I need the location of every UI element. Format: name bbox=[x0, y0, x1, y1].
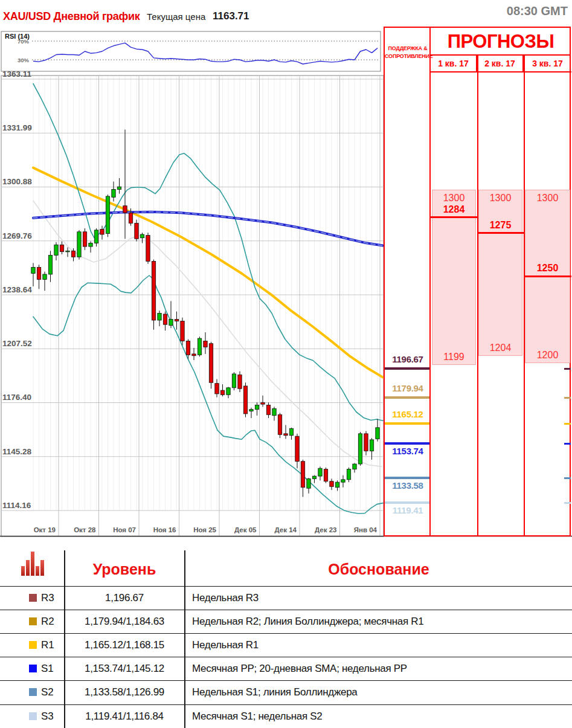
candle-down bbox=[100, 229, 104, 234]
candle-up bbox=[198, 338, 201, 355]
y-axis-label: 1145.28 bbox=[2, 447, 32, 456]
candle-up bbox=[112, 189, 115, 197]
candle-up bbox=[48, 255, 52, 274]
forecast-low: 1204 bbox=[479, 343, 522, 353]
x-axis-label: Дек 05 bbox=[234, 526, 257, 533]
candle-up bbox=[106, 196, 109, 234]
level-name: S2 bbox=[41, 686, 54, 698]
candle-down bbox=[295, 436, 299, 462]
candle-up bbox=[341, 480, 345, 482]
candle-up bbox=[347, 469, 350, 480]
support-resistance-column: ПОДДЕРЖКА & СОПРОТИВЛЕНИЕ bbox=[385, 28, 431, 535]
candle-up bbox=[158, 314, 161, 320]
sr-level-line-R3 bbox=[385, 367, 429, 370]
candle-down bbox=[330, 482, 333, 487]
forecast-quarter-header: 3 кв. 17 bbox=[524, 56, 571, 72]
y-axis-label: 1114.16 bbox=[2, 501, 31, 510]
sr-edge-tick-R1 bbox=[564, 423, 571, 425]
candle-down bbox=[209, 344, 213, 383]
forecast-mid-line bbox=[524, 275, 571, 277]
sr-level-label-S3: 1119.41 bbox=[385, 505, 431, 515]
candle-down bbox=[163, 314, 167, 324]
row-divider bbox=[0, 680, 572, 681]
forecasts-title: ПРОГНОЗЫ bbox=[431, 28, 571, 56]
level-color-swatch-R1 bbox=[29, 641, 37, 649]
candle-down bbox=[243, 386, 247, 414]
candle-up bbox=[249, 410, 253, 411]
sr-level-label-R1: 1165.12 bbox=[385, 409, 431, 419]
candle-up bbox=[272, 408, 276, 415]
level-name: R3 bbox=[41, 592, 54, 604]
levels-table: Уровень Обоснование R31,196.67Недельная … bbox=[0, 547, 572, 728]
candle-up bbox=[89, 243, 92, 246]
forecast-mid-value: 1275 bbox=[477, 220, 524, 231]
candle-down bbox=[324, 469, 327, 482]
level-color-swatch-S2 bbox=[29, 688, 37, 696]
sr-level-label-S1: 1153.74 bbox=[385, 446, 431, 456]
sr-level-line-S3 bbox=[385, 501, 429, 504]
level-justification: Месячная S1; недельная S2 bbox=[192, 710, 323, 723]
candle-down bbox=[123, 206, 127, 213]
sr-edge-tick-S3 bbox=[564, 502, 571, 504]
level-column-header: Уровень bbox=[65, 561, 184, 578]
sr-level-label-R3: 1196.67 bbox=[385, 354, 431, 364]
candle-up bbox=[94, 230, 98, 243]
x-axis-label: Ноя 07 bbox=[113, 526, 136, 533]
forecast-high: 1300 bbox=[432, 193, 475, 204]
forecast-quarter-header: 2 кв. 17 bbox=[477, 56, 524, 72]
y-axis-label: 1238.64 bbox=[2, 285, 32, 294]
candle-up bbox=[353, 464, 356, 469]
candle-down bbox=[181, 321, 184, 341]
candle-down bbox=[261, 402, 265, 404]
rsi-panel[interactable] bbox=[1, 31, 381, 71]
level-name: R2 bbox=[41, 616, 54, 628]
candle-down bbox=[192, 354, 196, 356]
candle-down bbox=[238, 375, 242, 388]
level-value: 1,153.74/1,145.12 bbox=[65, 663, 184, 675]
candle-down bbox=[220, 390, 224, 395]
candle-up bbox=[255, 405, 259, 410]
forecast-panel: ПОДДЕРЖКА & СОПРОТИВЛЕНИЕ ПРОГНОЗЫ 1 кв.… bbox=[384, 27, 571, 536]
sr-level-line-R2 bbox=[385, 396, 429, 399]
candle-up bbox=[54, 245, 58, 255]
sr-edge-tick-R2 bbox=[564, 397, 571, 399]
candle-up bbox=[307, 478, 310, 488]
forecast-range-q2: 13001204 bbox=[478, 190, 522, 356]
forecast-quarter-header: 1 кв. 17 bbox=[431, 56, 477, 72]
level-value: 1,165.12/1,168.15 bbox=[65, 639, 184, 651]
candle-up bbox=[169, 320, 173, 326]
level-justification: Недельная R3 bbox=[192, 592, 259, 604]
candle-down bbox=[152, 261, 155, 320]
x-axis-label: Окт 28 bbox=[74, 526, 96, 533]
candle-down bbox=[175, 320, 178, 321]
forecast-mid-line bbox=[431, 216, 477, 218]
candle-up bbox=[43, 274, 47, 280]
x-axis-label: Окт 19 bbox=[34, 526, 56, 533]
candle-up bbox=[312, 476, 316, 478]
level-name: R1 bbox=[41, 639, 54, 651]
row-divider bbox=[0, 657, 572, 657]
candle-down bbox=[135, 223, 138, 239]
level-justification: Недельная R1 bbox=[192, 639, 259, 651]
candle-up bbox=[370, 440, 373, 451]
candle-down bbox=[204, 341, 207, 347]
level-value: 1,196.67 bbox=[65, 592, 184, 604]
forecast-mid-value: 1284 bbox=[431, 204, 477, 215]
level-value: 1,119.41/1,116.84 bbox=[65, 710, 184, 723]
forecast-quarter-row: 1 кв. 172 кв. 173 кв. 17 bbox=[431, 56, 571, 72]
level-name: S3 bbox=[41, 710, 54, 723]
candle-down bbox=[278, 414, 281, 434]
rsi-lower-label: 30% bbox=[18, 57, 30, 63]
level-name: S1 bbox=[41, 663, 54, 675]
sr-level-line-R1 bbox=[385, 422, 429, 425]
row-divider bbox=[0, 633, 572, 634]
candle-up bbox=[31, 267, 35, 273]
row-divider bbox=[0, 704, 572, 705]
sr-edge-tick-S2 bbox=[564, 477, 571, 479]
candle-down bbox=[284, 434, 288, 436]
candle-up bbox=[140, 234, 144, 238]
level-value: 1,179.94/1,184.63 bbox=[65, 616, 184, 628]
y-axis-label: 1269.76 bbox=[2, 231, 32, 240]
forecast-high: 1300 bbox=[525, 193, 570, 204]
level-justification: Недельная S1; линия Боллинджера bbox=[192, 686, 358, 698]
